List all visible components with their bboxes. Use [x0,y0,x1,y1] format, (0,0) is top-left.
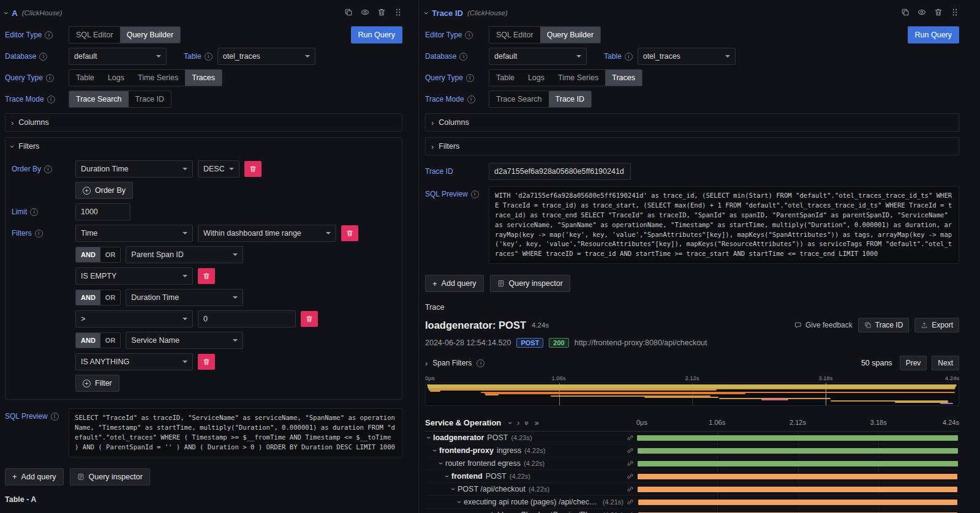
collapse-all-icon[interactable]: » [523,421,532,425]
info-icon[interactable]: i [465,31,473,39]
filter-value-input[interactable] [198,310,296,328]
span-link-icon[interactable] [627,485,634,493]
trace-mode-id[interactable]: Trace ID [549,91,591,107]
remove-order-by-button[interactable] [244,161,262,177]
span-bar[interactable] [638,474,957,479]
give-feedback-link[interactable]: Give feedback [794,321,853,329]
span-bar[interactable] [638,500,957,505]
span-filters-label[interactable]: Span Filters [432,359,472,367]
delete-query-icon[interactable] [934,8,943,18]
trace-id-button[interactable]: Trace ID [858,318,910,332]
trace-id-input[interactable] [489,163,631,180]
info-icon[interactable]: i [45,31,53,39]
query-type-traces[interactable]: Traces [605,70,642,86]
or-option[interactable]: OR [100,247,121,262]
sql-editor-option[interactable]: SQL Editor [69,27,120,43]
span-link-icon[interactable] [627,473,634,480]
filter-operator-select[interactable]: > [75,310,193,328]
info-icon[interactable]: i [205,53,213,61]
collapse-one-icon[interactable]: › [506,422,514,424]
info-icon[interactable]: i [51,413,59,421]
next-button[interactable]: Next [932,356,959,370]
trace-mode-search[interactable]: Trace Search [69,91,129,107]
drag-handle-icon[interactable] [951,8,959,18]
info-icon[interactable]: i [467,95,475,103]
span-bar[interactable] [638,487,957,492]
columns-section-header[interactable]: › Columns [6,114,402,131]
filter-field-select[interactable]: Service Name [126,332,243,349]
and-option[interactable]: AND [76,290,100,305]
span-row[interactable]: ›grpc.oteldemo.CheckoutService/PlaceOrde… [425,509,959,513]
database-select[interactable]: default [489,48,587,65]
add-filter-button[interactable]: +Filter [75,375,119,392]
filter-field-select[interactable]: Parent Span ID [126,246,243,263]
query-type-logs[interactable]: Logs [521,70,551,86]
info-icon[interactable]: i [477,359,484,367]
span-row[interactable]: ›POST /api/checkout(4.22s) [425,483,959,496]
span-row[interactable]: ›router frontend egress(4.22s) [425,457,959,470]
trace-mode-search[interactable]: Trace Search [489,91,549,107]
sql-editor-option[interactable]: SQL Editor [489,27,540,43]
filters-section-header[interactable]: › Filters [426,138,959,155]
hide-query-icon[interactable] [918,8,926,18]
minimap-canvas[interactable] [425,383,959,406]
run-query-button[interactable]: Run Query [908,26,959,43]
remove-filter-button[interactable] [301,311,318,327]
hide-query-icon[interactable] [361,8,369,18]
add-query-button[interactable]: +Add query [5,468,64,485]
span-row[interactable]: ›executing api route (pages) /api/checko… [425,496,959,509]
chevron-down-icon[interactable]: › [449,488,458,490]
info-icon[interactable]: i [44,165,52,173]
query-type-table[interactable]: Table [69,70,101,86]
span-link-icon[interactable] [627,447,634,454]
duplicate-query-icon[interactable] [901,8,910,18]
and-option[interactable]: AND [76,333,100,348]
query-type-traces[interactable]: Traces [185,70,222,86]
order-by-direction-select[interactable]: DESC [198,160,239,178]
order-by-field-select[interactable]: Duration Time [75,160,193,178]
trace-mode-id[interactable]: Trace ID [129,91,171,107]
query-builder-option[interactable]: Query Builder [540,27,600,43]
duplicate-query-icon[interactable] [344,8,353,18]
trace-minimap[interactable]: 0μs 1.06s 2.12s 3.18s 4.24s [425,375,959,406]
chevron-down-icon[interactable]: › [443,475,451,477]
limit-input[interactable] [75,203,130,220]
chevron-down-icon[interactable]: › [437,462,445,465]
info-icon[interactable]: i [39,53,47,61]
add-order-by-button[interactable]: +Order By [75,182,133,199]
query-type-timeseries[interactable]: Time Series [551,70,605,86]
span-link-icon[interactable] [627,460,634,467]
query-type-timeseries[interactable]: Time Series [131,70,185,86]
span-row[interactable]: ›loadgeneratorPOST(4.23s) [425,432,959,444]
info-icon[interactable]: i [30,208,38,216]
and-option[interactable]: AND [76,247,100,262]
add-query-button[interactable]: +Add query [425,275,484,292]
query-inspector-button[interactable]: Query inspector [490,275,570,292]
columns-section-header[interactable]: › Columns [426,114,959,131]
table-select[interactable]: otel_traces [217,48,315,65]
collapse-query-icon[interactable]: › [2,12,10,14]
chevron-down-icon[interactable]: › [425,436,433,439]
table-select[interactable]: otel_traces [638,48,736,65]
info-icon[interactable]: i [47,95,55,103]
remove-filter-button[interactable] [198,354,215,370]
info-icon[interactable]: i [35,230,43,238]
chevron-right-icon[interactable]: › [425,359,428,367]
query-builder-option[interactable]: Query Builder [120,27,180,43]
span-bar[interactable] [637,435,958,441]
query-inspector-button[interactable]: Query inspector [70,468,150,485]
chevron-down-icon[interactable]: › [431,449,439,452]
info-icon[interactable]: i [459,53,467,61]
info-icon[interactable]: i [625,53,633,61]
expand-one-icon[interactable]: › [517,419,519,427]
prev-button[interactable]: Prev [900,356,927,370]
filter-operator-select[interactable]: IS ANYTHING [75,353,193,370]
export-button[interactable]: Export [914,318,959,332]
delete-query-icon[interactable] [377,8,386,18]
span-bar[interactable] [638,448,958,454]
span-row[interactable]: ›frontend-proxyingress(4.22s) [425,444,959,457]
span-link-icon[interactable] [627,498,634,506]
remove-filter-button[interactable] [341,225,358,241]
query-type-logs[interactable]: Logs [101,70,131,86]
filter-operator-select[interactable]: IS EMPTY [75,268,193,285]
